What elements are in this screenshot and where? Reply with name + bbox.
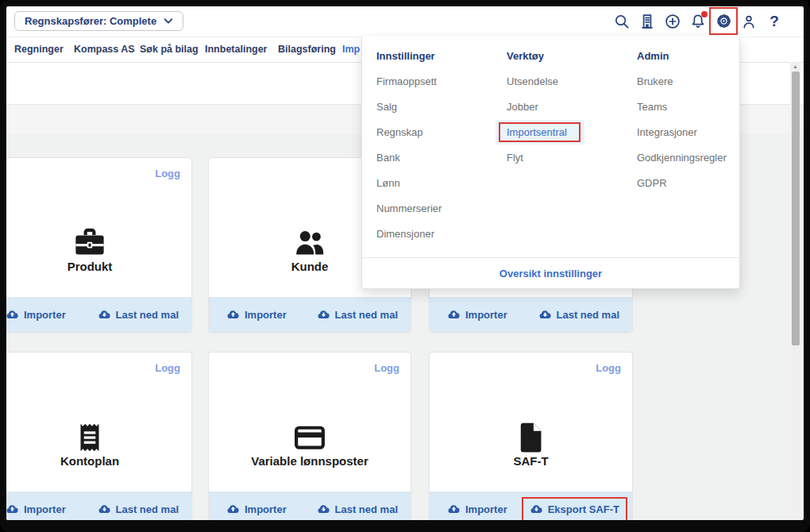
card-title: Produkt [6,260,191,273]
last-ned-mal-button[interactable]: Last ned mal [98,308,179,322]
top-bar: Regnskapsfører: Complete ? [6,6,804,37]
tab-innbetalinger[interactable]: Innbetalinger [205,37,267,62]
menu-item-nummerserier[interactable]: Nummerserier [376,202,442,214]
cloud-download-icon [530,503,543,516]
cloud-upload-icon [447,503,461,516]
importer-button[interactable]: Importer [226,308,287,322]
organization-icon[interactable] [637,10,658,32]
notification-badge [701,11,708,17]
menu-item-gdpr[interactable]: GDPR [637,177,667,189]
importer-button[interactable]: Importer [226,503,287,516]
menu-item-importsentral[interactable]: Importsentral [496,120,584,145]
menu-item-integrasjoner[interactable]: Integrasjoner [637,126,697,138]
menu-item-bank[interactable]: Bank [376,152,400,164]
cloud-download-icon [98,308,111,322]
logg-link[interactable]: Logg [155,168,180,179]
scroll-up-arrow-icon[interactable]: ▲ [790,64,800,69]
window-frame: Logg Produkt Importer Last ned mal Logg … [0,0,810,532]
settings-icon[interactable] [713,10,734,32]
card-actions-bar: Importer Last ned mal [209,297,411,332]
chevron-down-icon [164,17,173,25]
top-icon-row: ? [611,10,785,32]
card-actions-bar: Importer Last ned mal [430,297,632,332]
cloud-upload-icon [6,503,19,516]
menu-footer: Oversikt innstillinger [362,257,739,288]
vertical-scrollbar[interactable]: ▲ [790,62,800,520]
card-title: Kontoplan [6,454,191,468]
cloud-upload-icon [226,503,240,516]
logg-link[interactable]: Logg [596,362,621,374]
card-variable-lonnsposter: Logg Variable lønnsposter Importer Last … [208,352,411,520]
last-ned-mal-button[interactable]: Last ned mal [317,308,398,322]
help-icon[interactable]: ? [764,10,785,32]
oversikt-innstillinger-link[interactable]: Oversikt innstillinger [499,268,602,279]
importer-button[interactable]: Importer [6,503,66,516]
tab-kompass-as[interactable]: Kompass AS [74,37,135,62]
menu-item-flyt[interactable]: Flyt [507,152,523,164]
card-title: SAF-T [430,454,632,468]
last-ned-mal-button[interactable]: Last ned mal [98,503,179,516]
cloud-upload-icon [447,308,461,322]
menu-header-innstillinger: Innstillinger [376,50,435,62]
account-selector-dropdown[interactable]: Regnskapsfører: Complete [14,11,183,31]
menu-item-firmaoppsett[interactable]: Firmaoppsett [376,75,437,87]
cloud-download-icon [317,503,330,516]
menu-header-admin: Admin [637,50,669,62]
cloud-upload-icon [226,308,240,322]
menu-item-godkjenningsregler[interactable]: Godkjenningsregler [637,152,727,164]
menu-item-lonn[interactable]: Lønn [376,177,400,189]
logg-link[interactable]: Logg [155,362,180,374]
card-actions-bar: Importer Last ned mal [6,297,191,332]
menu-item-utsendelse[interactable]: Utsendelse [507,75,558,87]
menu-item-brukere[interactable]: Brukere [637,75,673,87]
card-saft: Logg SAF-T Importer Eksport SAF-T [429,352,633,520]
logg-link[interactable]: Logg [374,362,399,374]
eksport-saft-button[interactable]: Eksport SAF-T [530,503,619,516]
tab-importsentral-truncated[interactable]: Imp [342,37,360,62]
importer-button[interactable]: Importer [447,308,507,322]
add-icon[interactable] [662,10,683,32]
card-actions-bar: Importer Last ned mal [6,492,191,520]
settings-dropdown-menu: Innstillinger Firmaoppsett Salg Regnskap… [361,37,740,289]
notifications-icon[interactable] [688,10,708,32]
menu-column-admin: Admin Brukere Teams Integrasjoner Godkje… [637,43,758,195]
search-icon[interactable] [611,10,632,32]
importer-button[interactable]: Importer [6,308,66,322]
menu-item-salg[interactable]: Salg [376,101,397,113]
card-actions-bar: Importer Eksport SAF-T [430,492,632,520]
tab-sok-pa-bilag[interactable]: Søk på bilag [140,37,199,62]
cloud-download-icon [98,503,111,516]
menu-item-regnskap[interactable]: Regnskap [376,126,423,138]
card-actions-bar: Importer Last ned mal [209,492,411,520]
credit-card-icon [291,419,328,456]
cloud-download-icon [538,308,552,322]
cloud-download-icon [317,308,330,322]
tab-regninger[interactable]: Regninger [14,37,64,62]
receipt-icon [71,419,108,456]
menu-header-verktoy: Verktøy [507,50,544,62]
cloud-upload-icon [6,308,19,322]
card-kontoplan: Logg Kontoplan Importer Last ned mal [6,352,192,520]
menu-column-innstillinger: Innstillinger Firmaoppsett Salg Regnskap… [376,43,497,246]
card-title: Variable lønnsposter [209,454,411,468]
menu-item-dimensjoner[interactable]: Dimensjoner [376,228,434,240]
last-ned-mal-button[interactable]: Last ned mal [317,503,398,516]
briefcase-icon [71,225,108,261]
profile-icon[interactable] [739,10,759,32]
card-produkt: Logg Produkt Importer Last ned mal [6,157,192,333]
importer-button[interactable]: Importer [447,503,507,516]
tab-bilagsforing[interactable]: Bilagsføring [278,37,336,62]
menu-column-verktoy: Verktøy Utsendelse Jobber Importsentral … [507,43,627,170]
menu-item-teams[interactable]: Teams [637,101,667,113]
account-selector-label: Regnskapsfører: Complete [25,15,156,27]
file-icon [513,419,550,456]
app-screen: Logg Produkt Importer Last ned mal Logg … [6,6,804,520]
last-ned-mal-button[interactable]: Last ned mal [538,308,619,322]
scrollbar-thumb[interactable] [792,71,800,345]
menu-item-jobber[interactable]: Jobber [507,101,538,113]
people-icon [291,225,328,261]
